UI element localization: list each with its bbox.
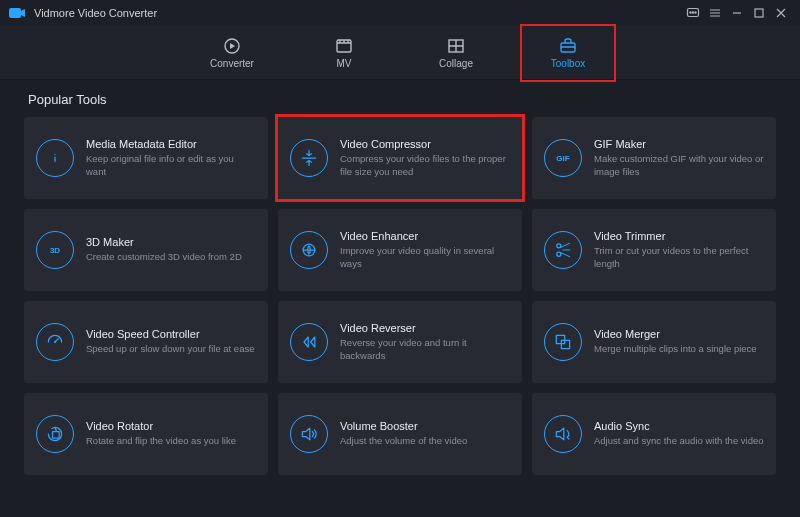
tool-desc: Improve your video quality in several wa… bbox=[340, 245, 510, 271]
tool-card[interactable]: Video TrimmerTrim or cut your videos to … bbox=[532, 209, 776, 291]
app-window: Vidmore Video Converter Converter MV Col… bbox=[0, 0, 800, 517]
tool-title: GIF Maker bbox=[594, 138, 764, 150]
svg-point-3 bbox=[692, 12, 693, 13]
toolbox-icon bbox=[558, 37, 578, 55]
tool-title: Video Compressor bbox=[340, 138, 510, 150]
compress-icon bbox=[290, 139, 328, 177]
section-title: Popular Tools bbox=[28, 92, 776, 107]
tool-title: Video Enhancer bbox=[340, 230, 510, 242]
tool-title: Video Trimmer bbox=[594, 230, 764, 242]
tool-text: Video EnhancerImprove your video quality… bbox=[340, 230, 510, 271]
tool-grid: Media Metadata EditorKeep original file … bbox=[24, 117, 776, 475]
tool-card[interactable]: Video Speed ControllerSpeed up or slow d… bbox=[24, 301, 268, 383]
tool-desc: Adjust and sync the audio with the video bbox=[594, 435, 764, 448]
tool-desc: Compress your video files to the proper … bbox=[340, 153, 510, 179]
tool-text: Video ReverserReverse your video and tur… bbox=[340, 322, 510, 363]
tool-desc: Reverse your video and turn it backwards bbox=[340, 337, 510, 363]
sync-icon bbox=[544, 415, 582, 453]
svg-rect-18 bbox=[561, 340, 569, 348]
tool-text: 3D MakerCreate customized 3D video from … bbox=[86, 236, 256, 264]
enhancer-icon bbox=[290, 231, 328, 269]
svg-rect-19 bbox=[53, 432, 60, 439]
tool-card[interactable]: GIFGIF MakerMake customized GIF with you… bbox=[532, 117, 776, 199]
info-icon bbox=[36, 139, 74, 177]
top-nav: Converter MV Collage Toolbox bbox=[0, 26, 800, 80]
tab-mv[interactable]: MV bbox=[307, 30, 381, 76]
tool-title: Video Rotator bbox=[86, 420, 256, 432]
volume-icon bbox=[290, 415, 328, 453]
tool-card[interactable]: Video EnhancerImprove your video quality… bbox=[278, 209, 522, 291]
tool-text: Video RotatorRotate and flip the video a… bbox=[86, 420, 256, 448]
tool-title: Media Metadata Editor bbox=[86, 138, 256, 150]
tool-text: Video Speed ControllerSpeed up or slow d… bbox=[86, 328, 256, 356]
tool-desc: Create customized 3D video from 2D bbox=[86, 251, 256, 264]
tab-toolbox[interactable]: Toolbox bbox=[531, 30, 605, 76]
tool-text: Volume BoosterAdjust the volume of the v… bbox=[340, 420, 510, 448]
mv-icon bbox=[334, 37, 354, 55]
maximize-button[interactable] bbox=[748, 2, 770, 24]
scissors-icon bbox=[544, 231, 582, 269]
svg-text:GIF: GIF bbox=[556, 154, 569, 163]
tool-card[interactable]: Video RotatorRotate and flip the video a… bbox=[24, 393, 268, 475]
minimize-button[interactable] bbox=[726, 2, 748, 24]
feedback-button[interactable] bbox=[682, 2, 704, 24]
merge-icon bbox=[544, 323, 582, 361]
close-button[interactable] bbox=[770, 2, 792, 24]
app-logo-icon bbox=[8, 4, 26, 22]
tool-text: Video TrimmerTrim or cut your videos to … bbox=[594, 230, 764, 271]
gif-icon: GIF bbox=[544, 139, 582, 177]
tool-card[interactable]: Media Metadata EditorKeep original file … bbox=[24, 117, 268, 199]
tool-text: Audio SyncAdjust and sync the audio with… bbox=[594, 420, 764, 448]
reverse-icon bbox=[290, 323, 328, 361]
tool-title: Video Reverser bbox=[340, 322, 510, 334]
svg-point-4 bbox=[695, 12, 696, 13]
tool-desc: Trim or cut your videos to the perfect l… bbox=[594, 245, 764, 271]
tool-title: Video Merger bbox=[594, 328, 764, 340]
content-area: Popular Tools Media Metadata EditorKeep … bbox=[0, 80, 800, 517]
tool-card[interactable]: 3D3D MakerCreate customized 3D video fro… bbox=[24, 209, 268, 291]
tool-desc: Merge multiple clips into a single piece bbox=[594, 343, 764, 356]
tab-label: Collage bbox=[439, 58, 473, 69]
tool-title: 3D Maker bbox=[86, 236, 256, 248]
svg-rect-0 bbox=[9, 8, 21, 18]
tab-converter[interactable]: Converter bbox=[195, 30, 269, 76]
tool-card[interactable]: Video ReverserReverse your video and tur… bbox=[278, 301, 522, 383]
tool-text: Video CompressorCompress your video file… bbox=[340, 138, 510, 179]
tool-title: Video Speed Controller bbox=[86, 328, 256, 340]
tab-label: MV bbox=[337, 58, 352, 69]
converter-icon bbox=[222, 37, 242, 55]
tool-text: GIF MakerMake customized GIF with your v… bbox=[594, 138, 764, 179]
tool-title: Volume Booster bbox=[340, 420, 510, 432]
threed-icon: 3D bbox=[36, 231, 74, 269]
svg-text:3D: 3D bbox=[50, 246, 60, 255]
titlebar: Vidmore Video Converter bbox=[0, 0, 800, 26]
tab-label: Converter bbox=[210, 58, 254, 69]
rotate-icon bbox=[36, 415, 74, 453]
app-title: Vidmore Video Converter bbox=[34, 7, 157, 19]
tool-card[interactable]: Video CompressorCompress your video file… bbox=[278, 117, 522, 199]
svg-rect-5 bbox=[755, 9, 763, 17]
tool-text: Video MergerMerge multiple clips into a … bbox=[594, 328, 764, 356]
collage-icon bbox=[446, 37, 466, 55]
tool-title: Audio Sync bbox=[594, 420, 764, 432]
svg-point-16 bbox=[54, 341, 56, 343]
tab-label: Toolbox bbox=[551, 58, 585, 69]
tool-card[interactable]: Volume BoosterAdjust the volume of the v… bbox=[278, 393, 522, 475]
tool-desc: Rotate and flip the video as you like bbox=[86, 435, 256, 448]
menu-button[interactable] bbox=[704, 2, 726, 24]
tab-collage[interactable]: Collage bbox=[419, 30, 493, 76]
speed-icon bbox=[36, 323, 74, 361]
tool-text: Media Metadata EditorKeep original file … bbox=[86, 138, 256, 179]
svg-point-2 bbox=[690, 12, 691, 13]
tool-card[interactable]: Audio SyncAdjust and sync the audio with… bbox=[532, 393, 776, 475]
svg-rect-17 bbox=[556, 335, 564, 343]
tool-desc: Keep original file info or edit as you w… bbox=[86, 153, 256, 179]
tool-desc: Adjust the volume of the video bbox=[340, 435, 510, 448]
tool-card[interactable]: Video MergerMerge multiple clips into a … bbox=[532, 301, 776, 383]
tool-desc: Speed up or slow down your file at ease bbox=[86, 343, 256, 356]
tool-desc: Make customized GIF with your video or i… bbox=[594, 153, 764, 179]
